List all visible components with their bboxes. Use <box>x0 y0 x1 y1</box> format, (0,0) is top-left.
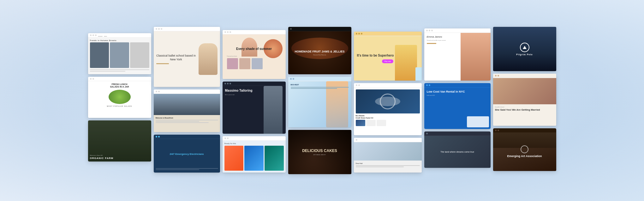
nav-dot <box>92 78 94 80</box>
fashion-image-3 <box>130 42 149 68</box>
nav-dot <box>90 78 92 80</box>
nav-menu <box>104 36 107 37</box>
nav-dot <box>161 28 162 30</box>
tailoring-figure <box>264 86 283 134</box>
nav-dot <box>95 34 97 36</box>
nav-dot <box>158 91 160 92</box>
column-1: Trends in Autumn Streets <box>88 33 151 161</box>
nav-dot <box>358 33 360 34</box>
thumbnail-tailoring[interactable]: Massimo Tailoring We're passionate <box>223 82 286 134</box>
thumbnails-container: Trends in Autumn Streets <box>0 0 644 201</box>
hero-line <box>291 87 349 88</box>
columns-group: Trends in Autumn Streets <box>88 27 556 174</box>
architecture-title: Welcome to Beautifront <box>156 117 218 119</box>
scene: Trends in Autumn Streets <box>0 0 644 201</box>
thumbnail-architecture[interactable]: Welcome to Beautifront <box>154 89 220 132</box>
emergency-line <box>156 168 218 169</box>
shoe-item-2 <box>244 146 264 171</box>
arch-line <box>156 121 200 122</box>
nav-dot <box>293 78 294 80</box>
summer-products-label: Featured products <box>227 55 281 57</box>
thumbnail-pilgrim-pete[interactable]: Pilgrim Pete <box>493 27 556 71</box>
dreams-title: The land where dreams come true <box>440 150 474 154</box>
bike-product-1 <box>356 120 365 126</box>
thumbnail-ballet[interactable]: Classical ballet school based in New Yor… <box>154 27 220 87</box>
nav-dot <box>498 130 499 131</box>
thumbnail-emergency[interactable]: 24/7 Emergency Electricians <box>154 135 220 173</box>
fashion-blog-title: Trends in Autumn Streets <box>90 40 149 41</box>
nav-dot <box>230 83 231 84</box>
nav-dot <box>361 33 362 34</box>
thumbnail-hero-portrait[interactable]: BOO-REST <box>288 77 351 127</box>
thumbnail-dreams[interactable]: The land where dreams come true <box>424 131 491 168</box>
shoe-item-3 <box>265 146 284 171</box>
thumbnail-summer[interactable]: Every shade of summer Featured products <box>223 30 286 79</box>
cakes-title: Delicious Cakes <box>302 149 337 153</box>
summer-title: Every shade of summer <box>236 47 272 51</box>
fashion-line <box>90 69 149 70</box>
thumbnail-emma[interactable]: Emma James Thread and needle at your ser… <box>424 28 491 81</box>
ballet-dancer <box>199 43 218 75</box>
hero-line <box>291 88 337 89</box>
nav-dot <box>290 78 292 80</box>
thumbnail-interior[interactable]: Drea Arial <box>354 138 422 173</box>
thumbnail-art-association[interactable]: Emerging Art Association <box>493 128 556 171</box>
arch-line <box>156 122 209 123</box>
emma-subtitle: Thread and needle at your service <box>427 40 458 41</box>
shoes-title: Ready for this <box>224 143 284 144</box>
thumbnail-fashion-blog[interactable]: Trends in Autumn Streets <box>88 33 151 74</box>
nav-dot <box>227 31 229 33</box>
thumbnail-cakes[interactable]: Delicious Cakes ARTISANAL BAKERY <box>288 130 351 174</box>
emma-name: Emma James <box>427 35 458 39</box>
nav-dot <box>498 75 499 76</box>
superhero-title: It's time to be Superhero <box>354 53 422 58</box>
thumbnail-organic-farm[interactable]: Welcome to Green Hill Organic Farm <box>88 120 151 161</box>
emergency-title: 24/7 Emergency Electricians <box>156 153 218 155</box>
farm-title: Organic Farm <box>90 157 149 160</box>
thumbnail-wedding[interactable]: Danielle & Jared She Said Yes! We Are Ge… <box>493 74 556 126</box>
nav-dot <box>224 31 226 33</box>
thumbnail-superhero[interactable]: It's time to be Superhero Play now <box>354 32 422 81</box>
interior-line <box>356 167 404 167</box>
nav-dot <box>356 33 357 34</box>
superhero-kid <box>395 45 417 81</box>
bike-hero <box>356 89 420 113</box>
nav-dot <box>224 83 226 84</box>
thumbnail-van-rental[interactable]: Low Cost Van Rental in NYC Call me at 12… <box>424 83 491 129</box>
summer-product-2 <box>239 58 250 69</box>
nav-dot <box>356 84 357 86</box>
column-3: Every shade of summer Featured products <box>223 30 286 173</box>
nav-dot <box>495 130 497 131</box>
superhero-decoration <box>415 67 422 81</box>
fashion-image-1 <box>90 42 109 68</box>
jams-subtitle: Discover New Flavours <box>313 54 326 56</box>
van-subtitle: Call me at 121 <box>427 94 488 96</box>
nav-dot <box>92 34 94 36</box>
architecture-image <box>154 94 220 115</box>
nav-dot <box>227 83 229 84</box>
arch-line <box>156 120 218 120</box>
column-7: Pilgrim Pete <box>493 27 556 171</box>
thumbnail-shoes[interactable]: Ready for this <box>223 136 286 173</box>
nav-dot <box>156 91 157 92</box>
salads-image <box>109 90 131 104</box>
nav-dot <box>358 84 360 86</box>
nav-dot <box>158 28 160 30</box>
interior-line <box>356 165 420 166</box>
shoe-item-1 <box>224 146 244 171</box>
thumbnail-fruit-jams[interactable]: Homemade Fruit Jams & Jellies Discover N… <box>288 27 351 74</box>
nav-dot <box>224 137 226 139</box>
interior-title: Drea Arial <box>356 162 420 164</box>
thumbnail-bike[interactable]: Boo Models Cinelli Strato Faster 5.9 <box>354 83 422 135</box>
bike-title: Cinelli Strato Faster 5.9 <box>356 117 420 119</box>
nav-dot <box>227 137 229 139</box>
bike-subtitle: Boo Models <box>356 115 420 117</box>
nav-dot <box>426 133 428 134</box>
nav-dot <box>158 136 160 137</box>
thumbnail-salads[interactable]: FRESH LUNCHSALADS IN A JAR MOST POPULAR … <box>88 77 151 118</box>
superhero-button[interactable]: Play now <box>382 59 393 63</box>
nav-dot <box>429 30 430 31</box>
nav-dot <box>156 28 157 30</box>
nav-dot <box>426 30 428 31</box>
emergency-line <box>156 169 200 170</box>
